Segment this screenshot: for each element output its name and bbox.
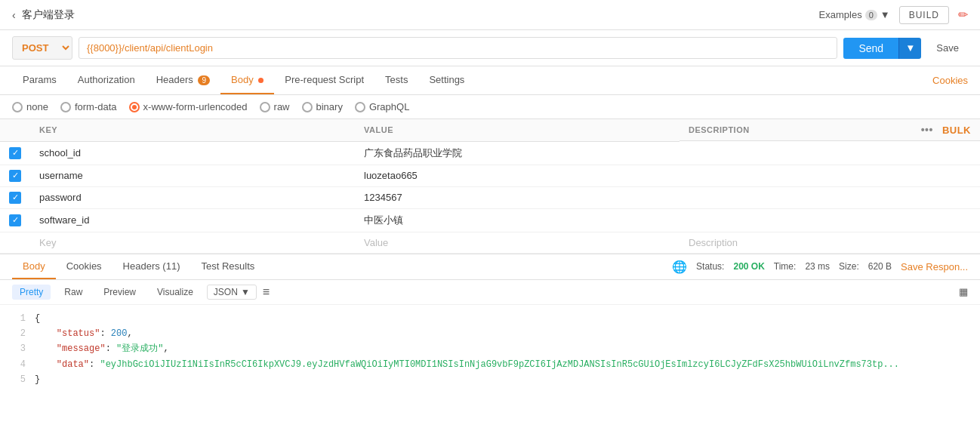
wrap-button[interactable]: ≡ — [263, 285, 270, 299]
tab-tests[interactable]: Tests — [374, 66, 418, 94]
copy-button[interactable]: ▦ — [959, 286, 968, 297]
bottom-tab-headers[interactable]: Headers (11) — [112, 254, 191, 279]
format-pretty-button[interactable]: Pretty — [12, 285, 51, 300]
radio-form-data[interactable]: form-data — [60, 101, 117, 112]
table-row: software_id 中医小镇 — [0, 208, 980, 232]
cookies-link[interactable]: Cookies — [932, 67, 968, 94]
back-icon: ‹ — [12, 9, 16, 21]
checkbox-2[interactable] — [9, 170, 21, 182]
code-line-2: 2 "status": 200, — [12, 326, 968, 341]
line-num-1: 1 — [12, 311, 26, 326]
line-num-4: 4 — [12, 357, 26, 372]
checkbox-1[interactable] — [9, 147, 21, 159]
radio-dot-binary — [302, 102, 313, 112]
code-content-3: "message": "登录成功", — [35, 341, 169, 356]
status-bar: 🌐 Status: 200 OK Time: 23 ms Size: 620 B… — [672, 260, 968, 274]
headers-badge: 9 — [198, 75, 210, 85]
send-dropdown-button[interactable]: ▼ — [898, 38, 921, 59]
desc-cell-4 — [680, 208, 980, 232]
key-cell-4: software_id — [30, 208, 355, 232]
tab-settings[interactable]: Settings — [418, 66, 475, 94]
value-cell-3: 1234567 — [355, 186, 680, 208]
params-table: KEY VALUE DESCRIPTION ••• Bulk school_id… — [0, 119, 980, 254]
more-icon[interactable]: ••• — [921, 124, 933, 136]
bottom-tabs-row: Body Cookies Headers (11) Test Results 🌐… — [0, 254, 980, 280]
format-raw-button[interactable]: Raw — [57, 285, 90, 300]
time-label: Time: — [774, 261, 797, 272]
line-num-2: 2 — [12, 326, 26, 341]
code-content-4: "data": "eyJhbGciOiJIUzI1NiIsInR5cCI6Ikp… — [35, 357, 899, 372]
json-format-select[interactable]: JSON ▼ — [207, 285, 257, 300]
key-cell-1: school_id — [30, 141, 355, 165]
line-num-5: 5 — [12, 372, 26, 387]
top-bar-right: Examples 0 ▼ BUILD ✏ — [819, 6, 968, 24]
bottom-tab-cookies[interactable]: Cookies — [56, 254, 112, 279]
build-button[interactable]: BUILD — [899, 6, 949, 24]
chevron-down-icon: ▼ — [241, 287, 250, 297]
table-row: school_id 广东食品药品职业学院 — [0, 141, 980, 165]
table-row: password 1234567 — [0, 186, 980, 208]
checkbox-4[interactable] — [9, 214, 21, 226]
desc-placeholder[interactable]: Description — [680, 232, 980, 253]
tab-headers[interactable]: Headers 9 — [146, 66, 220, 94]
tab-authorization[interactable]: Authorization — [67, 66, 146, 94]
code-line-3: 3 "message": "登录成功", — [12, 341, 968, 356]
format-preview-button[interactable]: Preview — [96, 285, 143, 300]
method-select[interactable]: POST — [12, 36, 72, 60]
value-cell-2: luozetao665 — [355, 165, 680, 186]
save-response-button[interactable]: Save Respon... — [901, 261, 968, 272]
key-placeholder[interactable]: Key — [30, 232, 355, 253]
format-visualize-button[interactable]: Visualize — [149, 285, 201, 300]
examples-count: 0 — [865, 10, 877, 20]
examples-label: Examples — [819, 9, 862, 20]
table-row-placeholder: Key Value Description — [0, 232, 980, 253]
radio-x-www[interactable]: x-www-form-urlencoded — [129, 101, 248, 112]
checkbox-3[interactable] — [9, 192, 21, 204]
chevron-down-icon: ▼ — [880, 9, 890, 20]
line-num-3: 3 — [12, 341, 26, 356]
value-cell-1: 广东食品药品职业学院 — [355, 141, 680, 165]
top-bar: ‹ 客户端登录 Examples 0 ▼ BUILD ✏ — [0, 0, 980, 30]
body-dot — [258, 78, 263, 83]
key-cell-3: password — [30, 186, 355, 208]
tab-body[interactable]: Body — [220, 66, 274, 94]
code-area: 1 { 2 "status": 200, 3 "message": "登录成功"… — [0, 305, 980, 394]
radio-dot-x-www — [129, 102, 140, 112]
radio-raw[interactable]: raw — [260, 101, 290, 112]
title-area: ‹ 客户端登录 — [12, 8, 75, 22]
code-line-4: 4 "data": "eyJhbGciOiJIUzI1NiIsInR5cCI6I… — [12, 357, 968, 372]
url-input[interactable] — [79, 37, 837, 59]
examples-button[interactable]: Examples 0 ▼ — [819, 9, 890, 20]
status-value: 200 OK — [733, 261, 764, 272]
code-line-5: 5 } — [12, 372, 968, 387]
desc-cell-1 — [680, 141, 980, 165]
value-cell-4: 中医小镇 — [355, 208, 680, 232]
radio-dot-graphql — [355, 102, 365, 112]
save-button[interactable]: Save — [927, 38, 968, 58]
size-value: 620 B — [868, 261, 892, 272]
size-label: Size: — [839, 261, 859, 272]
send-button-group: Send ▼ — [843, 38, 921, 59]
bottom-tab-test-results[interactable]: Test Results — [190, 254, 265, 279]
page-title: 客户端登录 — [22, 8, 75, 22]
bottom-tab-body[interactable]: Body — [12, 254, 56, 279]
bottom-tabs-left: Body Cookies Headers (11) Test Results — [12, 254, 265, 279]
format-row: Pretty Raw Preview Visualize JSON ▼ ≡ ▦ — [0, 280, 980, 305]
code-content-1: { — [35, 311, 40, 326]
tabs-left: Params Authorization Headers 9 Body Pre-… — [12, 66, 475, 94]
tab-pre-request[interactable]: Pre-request Script — [274, 66, 374, 94]
send-button[interactable]: Send — [843, 38, 898, 59]
bottom-section: Body Cookies Headers (11) Test Results 🌐… — [0, 254, 980, 394]
status-label: Status: — [696, 261, 724, 272]
bulk-button[interactable]: Bulk — [942, 125, 971, 136]
tab-params[interactable]: Params — [12, 66, 67, 94]
value-placeholder[interactable]: Value — [355, 232, 680, 253]
tabs-row: Params Authorization Headers 9 Body Pre-… — [0, 66, 980, 95]
radio-graphql[interactable]: GraphQL — [355, 101, 409, 112]
key-cell-2: username — [30, 165, 355, 186]
radio-binary[interactable]: binary — [302, 101, 343, 112]
code-line-1: 1 { — [12, 311, 968, 326]
table-row: username luozetao665 — [0, 165, 980, 186]
edit-button[interactable]: ✏ — [958, 8, 968, 22]
radio-none[interactable]: none — [12, 101, 48, 112]
